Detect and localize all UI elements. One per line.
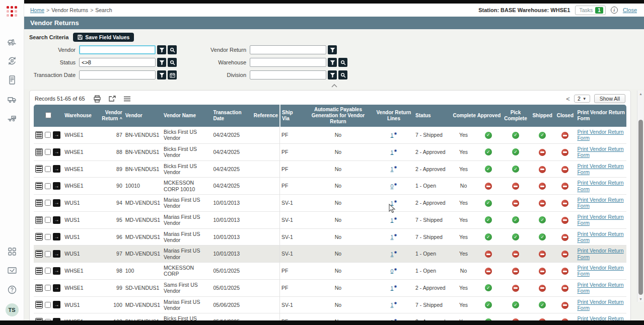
printer-icon[interactable] <box>92 94 102 103</box>
row-checkbox[interactable] <box>45 234 51 240</box>
transaction-date-calendar-button[interactable] <box>168 70 177 79</box>
row-checkbox[interactable] <box>45 251 51 257</box>
vendor-return-filter-button[interactable] <box>328 45 337 54</box>
transaction-date-input[interactable] <box>79 70 156 79</box>
division-input[interactable] <box>250 70 326 79</box>
col-header-complete[interactable]: Complete <box>451 105 475 127</box>
print-vendor-return-form-link[interactable]: Print Vendor Return Form <box>577 197 623 209</box>
invoice-icon[interactable] <box>6 74 18 86</box>
scroll-down-icon[interactable]: ▼ <box>637 296 644 302</box>
scroll-up-icon[interactable]: ▲ <box>637 91 644 97</box>
row-checkbox[interactable] <box>45 302 51 308</box>
col-header-ship_via[interactable]: Ship Via <box>279 105 303 127</box>
collapse-search-bar[interactable] <box>29 82 639 89</box>
vendor-return-lines-link[interactable]: 1 <box>391 234 394 240</box>
breadcrumb-home-link[interactable]: Home <box>30 7 44 13</box>
select-all-checkbox[interactable] <box>45 112 51 118</box>
print-vendor-return-form-link[interactable]: Print Vendor Return Form <box>577 214 623 226</box>
print-vendor-return-form-link[interactable]: Print Vendor Return Form <box>577 248 623 260</box>
col-header-status[interactable]: Status <box>414 105 451 127</box>
print-vendor-return-form-link[interactable]: Print Vendor Return Form <box>577 180 623 192</box>
vendor-return-lines-link[interactable]: 1 <box>391 285 394 291</box>
division-search-button[interactable] <box>338 70 347 79</box>
row-details-icon[interactable] <box>35 165 43 173</box>
row-details-icon[interactable] <box>35 233 43 240</box>
row-checkbox[interactable] <box>45 132 51 138</box>
status-filter-button[interactable] <box>157 58 166 67</box>
division-filter-button[interactable] <box>328 70 337 79</box>
vendor-return-lines-link[interactable]: 0 <box>391 268 394 274</box>
print-vendor-return-form-link[interactable]: Print Vendor Return Form <box>577 282 623 294</box>
row-details-icon[interactable] <box>35 216 43 224</box>
row-checkbox[interactable] <box>45 268 51 274</box>
col-header-print[interactable]: Print Vendor Return Form <box>576 105 626 127</box>
save-field-values-button[interactable]: Save Field Values <box>73 33 134 42</box>
vendor-input[interactable] <box>79 45 156 54</box>
vendor-return-lines-link[interactable]: 1 <box>391 132 394 138</box>
warehouse-search-button[interactable] <box>338 58 347 67</box>
row-open-icon[interactable]: → <box>53 284 60 292</box>
col-header-vendor_name[interactable]: Vendor Name <box>162 105 211 127</box>
row-checkbox[interactable] <box>45 166 51 172</box>
row-open-icon[interactable]: → <box>53 216 60 224</box>
vendor-filter-button[interactable] <box>157 45 166 54</box>
status-search-button[interactable] <box>168 58 177 67</box>
col-header-closed[interactable]: Closed <box>554 105 576 127</box>
col-header-transaction_date[interactable]: Transaction Date <box>211 105 252 127</box>
delivery-truck-icon[interactable] <box>6 93 18 105</box>
col-header-vendor[interactable]: Vendor <box>124 105 162 127</box>
page-number-select[interactable]: 2 ▼ <box>574 95 590 103</box>
col-header-vendor_return[interactable]: Vendor Return^ <box>99 105 124 127</box>
row-open-icon[interactable]: → <box>53 199 60 207</box>
menu-icon[interactable] <box>122 94 132 103</box>
row-details-icon[interactable] <box>35 131 43 139</box>
col-header-lines[interactable]: Vendor Return Lines <box>374 105 414 127</box>
export-icon[interactable] <box>107 94 117 103</box>
user-avatar[interactable]: TS <box>6 303 19 316</box>
transaction-date-filter-button[interactable] <box>157 70 166 79</box>
tecsys-logo-icon[interactable] <box>7 6 18 17</box>
row-details-icon[interactable] <box>35 250 43 258</box>
row-checkbox[interactable] <box>45 217 51 223</box>
row-open-icon[interactable]: → <box>53 267 60 275</box>
row-details-icon[interactable] <box>35 182 43 190</box>
print-vendor-return-form-link[interactable]: Print Vendor Return Form <box>577 146 623 158</box>
vendor-return-lines-link[interactable]: 1 <box>391 251 394 257</box>
row-open-icon[interactable]: → <box>53 182 60 190</box>
previous-page-icon[interactable]: < <box>566 96 570 102</box>
vendor-return-lines-link[interactable]: 1 <box>391 166 394 172</box>
row-details-icon[interactable] <box>35 284 43 292</box>
sort-asc-icon[interactable]: ^ <box>119 116 122 121</box>
vertical-scrollbar[interactable]: ▲ ▼ <box>637 91 643 302</box>
warehouse-input[interactable] <box>250 58 326 67</box>
col-header-reference[interactable]: Reference <box>252 105 279 127</box>
row-details-icon[interactable] <box>35 148 43 156</box>
vendor-search-button[interactable] <box>168 45 177 54</box>
row-checkbox[interactable] <box>45 183 51 189</box>
print-vendor-return-form-link[interactable]: Print Vendor Return Form <box>577 163 623 175</box>
returns-cycle-icon[interactable] <box>6 55 18 67</box>
row-open-icon[interactable]: → <box>53 165 60 173</box>
status-input[interactable] <box>79 58 156 67</box>
scrollbar-thumb[interactable] <box>638 120 643 295</box>
shipping-truck-icon[interactable] <box>6 112 18 124</box>
row-checkbox[interactable] <box>45 149 51 155</box>
row-open-icon[interactable]: → <box>53 148 60 156</box>
row-open-icon[interactable]: → <box>53 131 60 139</box>
vendor-return-lines-link[interactable]: 1 <box>391 149 394 155</box>
row-open-icon[interactable]: → <box>53 301 60 308</box>
row-details-icon[interactable] <box>35 267 43 275</box>
col-header-warehouse[interactable]: Warehouse <box>63 105 98 127</box>
row-open-icon[interactable]: → <box>53 250 60 258</box>
vendor-return-lines-link[interactable]: 1 <box>391 217 394 223</box>
print-vendor-return-form-link[interactable]: Print Vendor Return Form <box>577 129 623 141</box>
col-header-auto_payables[interactable]: Automatic Payables Generation for Vendor… <box>303 105 374 127</box>
print-vendor-return-form-link[interactable]: Print Vendor Return Form <box>577 231 623 243</box>
show-all-button[interactable]: Show All <box>594 94 625 103</box>
row-checkbox[interactable] <box>45 285 51 291</box>
row-details-icon[interactable] <box>35 199 43 207</box>
row-checkbox[interactable] <box>45 200 51 206</box>
tasks-button[interactable]: Tasks 1 <box>575 6 605 15</box>
vendor-return-lines-link[interactable]: 0 <box>391 183 394 189</box>
row-details-icon[interactable] <box>35 301 43 308</box>
